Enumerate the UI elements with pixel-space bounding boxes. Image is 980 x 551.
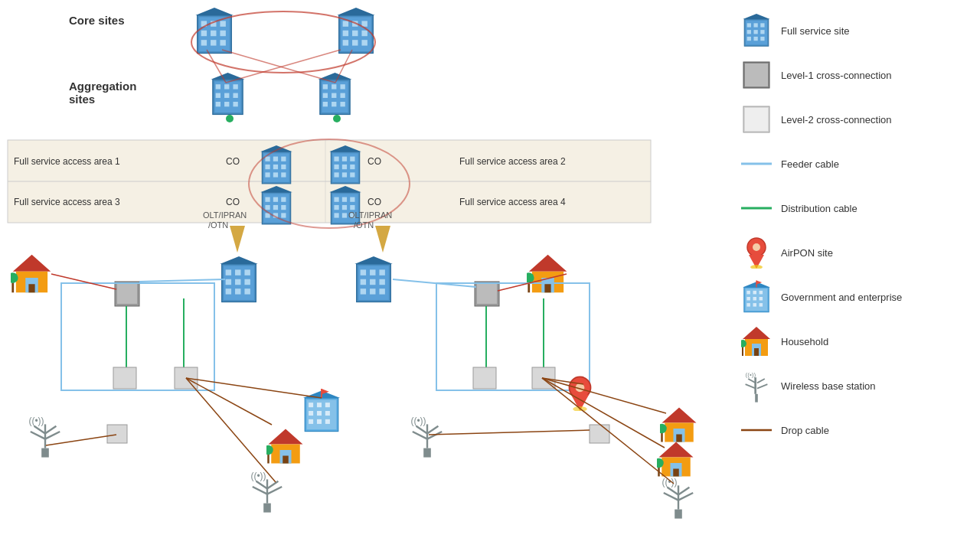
legend-label-feeder: Feeder cable	[781, 158, 839, 170]
legend-icon-full-service	[739, 15, 773, 46]
legend-panel: Full service site Level-1 cross-connecti…	[727, 0, 980, 551]
svg-rect-100	[746, 303, 750, 307]
agg-node-1	[226, 115, 234, 122]
svg-rect-73	[753, 23, 757, 27]
l2-cross-lowerright	[590, 425, 609, 443]
svg-rect-75	[746, 30, 750, 34]
core-building-1	[195, 8, 234, 54]
svg-rect-85	[745, 108, 768, 131]
legend-label-govt: Government and enterprise	[781, 292, 902, 303]
svg-rect-95	[753, 291, 756, 295]
agg-sites-label2: sites	[69, 93, 95, 106]
legend-item-drop: Drop cable	[739, 415, 969, 445]
legend-item-distribution: Distribution cable	[739, 193, 969, 223]
l2-cross-left-1	[113, 367, 136, 389]
svg-rect-74	[760, 23, 764, 27]
svg-rect-68	[117, 284, 137, 304]
area3-label: Full service access area 3	[14, 197, 120, 207]
legend-item-airpon: AirPON site	[739, 237, 969, 268]
svg-point-91	[750, 265, 763, 269]
area1-label: Full service access area 1	[14, 156, 120, 167]
drop-right-5	[429, 430, 590, 435]
legend-icon-govt	[739, 282, 773, 312]
household-topright	[524, 255, 567, 293]
drop-right-2	[542, 378, 666, 413]
drop-left-4	[186, 378, 276, 482]
core-sites-label: Core sites	[69, 14, 125, 27]
legend-item-govt: Government and enterprise	[739, 282, 969, 312]
svg-rect-77	[760, 30, 764, 34]
svg-marker-81	[743, 14, 769, 19]
svg-rect-113	[754, 377, 756, 394]
svg-point-89	[753, 243, 760, 251]
co-label-4: CO	[368, 197, 381, 207]
svg-marker-106	[743, 327, 770, 339]
svg-rect-76	[753, 30, 757, 34]
olt-arrow-right	[375, 226, 390, 253]
drop-left-3	[186, 378, 322, 398]
agg-sites-label: Aggregation	[69, 80, 136, 93]
svg-rect-102	[759, 303, 763, 307]
svg-rect-110	[742, 347, 743, 356]
govt-building-left	[303, 389, 340, 432]
co-label-1: CO	[226, 156, 240, 167]
area2-label: Full service access area 2	[459, 156, 566, 167]
antenna-bottomright	[410, 416, 442, 457]
svg-line-115	[756, 384, 767, 388]
co-label-3: CO	[226, 197, 240, 207]
svg-rect-69	[477, 284, 497, 304]
legend-label-household: Household	[781, 336, 828, 347]
svg-rect-94	[746, 291, 750, 295]
legend-icon-level2	[739, 104, 773, 135]
svg-rect-96	[759, 291, 763, 295]
svg-rect-112	[755, 394, 758, 403]
area2-building-left	[329, 145, 361, 184]
agg-node-2	[333, 115, 341, 122]
household-topleft	[8, 255, 51, 293]
legend-icon-distribution	[739, 193, 773, 223]
svg-rect-83	[745, 64, 768, 86]
antenna-lowerright	[662, 477, 693, 518]
antenna-bottomleft	[28, 416, 60, 457]
co-label-2: CO	[368, 156, 381, 167]
area3-building	[260, 186, 292, 224]
svg-rect-80	[760, 37, 764, 41]
legend-icon-household	[739, 326, 773, 357]
feeder-l1-building-left	[139, 279, 225, 282]
legend-label-level1: Level-1 cross-connection	[781, 70, 892, 81]
svg-line-114	[745, 384, 756, 388]
svg-rect-97	[746, 297, 750, 301]
net-building-left	[220, 256, 258, 302]
area4-label: Full service access area 4	[459, 197, 566, 207]
svg-rect-101	[753, 303, 756, 307]
legend-item-household: Household	[739, 326, 969, 357]
legend-label-full-service: Full service site	[781, 25, 850, 37]
legend-label-airpon: AirPON site	[781, 247, 833, 259]
legend-item-level2: Level-2 cross-connection	[739, 104, 969, 135]
olt-label-left-1: OLT/IPRAN	[203, 210, 247, 220]
svg-line-117	[756, 379, 764, 383]
olt-label-right-1: OLT/IPRAN	[348, 210, 392, 220]
net-building-right	[354, 256, 393, 302]
l2-cross-lowerleft	[107, 425, 127, 443]
drop-left-1	[46, 435, 116, 445]
svg-rect-99	[759, 297, 763, 301]
legend-label-distribution: Distribution cable	[781, 203, 858, 214]
svg-rect-109	[754, 348, 759, 356]
svg-rect-72	[746, 23, 750, 27]
legend-icon-airpon	[739, 237, 773, 268]
svg-text:((•)): ((•))	[745, 371, 756, 378]
legend-label-level2: Level-2 cross-connection	[781, 114, 892, 126]
legend-label-wireless: Wireless base station	[781, 380, 876, 392]
drop-left-2	[186, 378, 272, 425]
legend-item-feeder: Feeder cable	[739, 148, 969, 179]
olt-label-right-2: /OTN	[354, 220, 374, 230]
feeder-rect-right	[436, 283, 590, 390]
svg-rect-78	[746, 37, 750, 41]
olt-label-left-2: /OTN	[208, 220, 228, 230]
legend-icon-feeder	[739, 148, 773, 179]
household-bottomright-2	[654, 442, 693, 477]
svg-rect-98	[753, 297, 756, 301]
l2-cross-right-1	[473, 367, 496, 389]
legend-icon-wireless: ((•))	[739, 370, 773, 401]
